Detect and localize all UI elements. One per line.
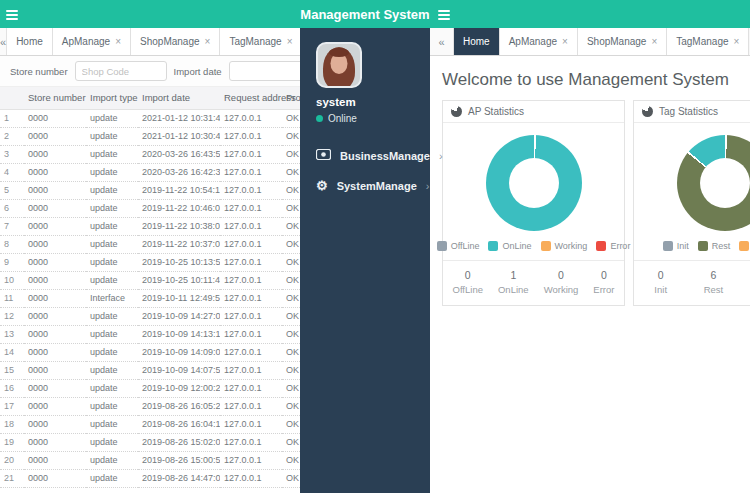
menu-toggle-icon[interactable] xyxy=(6,10,18,20)
close-tab-icon[interactable]: × xyxy=(734,36,740,47)
stat-init: 0Init xyxy=(654,269,667,295)
table-row: 150000update2019-10-09 14:07:51127.0.0.1… xyxy=(0,361,300,379)
table-cell: update xyxy=(86,415,138,433)
table-cell: 2019-08-26 15:00:52 xyxy=(138,451,220,469)
import-date-input[interactable] xyxy=(229,61,300,81)
table-cell: OK xyxy=(282,145,300,163)
close-tab-icon[interactable]: × xyxy=(205,36,211,47)
stat-rest: 6Rest xyxy=(704,269,724,295)
tab-apmanage[interactable]: ApManage× xyxy=(500,28,578,55)
legend-swatch xyxy=(596,241,606,251)
table-cell: update xyxy=(86,109,138,127)
row-number: 5 xyxy=(0,181,24,199)
donut-chart xyxy=(677,135,750,231)
sidebar-item-systemmanage[interactable]: ⚙SystemManage› xyxy=(300,172,430,199)
table-row: 160000update2019-10-09 12:00:26127.0.0.1… xyxy=(0,379,300,397)
pie-chart-icon xyxy=(451,106,462,117)
table-row: 20000update2021-01-12 10:30:40127.0.0.1O… xyxy=(0,127,300,145)
table-cell: 2019-11-22 10:46:02 xyxy=(138,199,220,217)
table-cell: OK xyxy=(282,109,300,127)
close-tab-icon[interactable]: × xyxy=(287,36,293,47)
import-log-table-wrap: Store numberImport typeImport dateReques… xyxy=(0,87,300,488)
tab-tagmanage[interactable]: TagManage× xyxy=(220,28,300,55)
table-cell: 0000 xyxy=(24,289,86,307)
welcome-title: Welcome to use Management System xyxy=(442,70,750,90)
table-cell: OK xyxy=(282,199,300,217)
table-cell: 2019-10-09 14:13:16 xyxy=(138,325,220,343)
table-cell: update xyxy=(86,253,138,271)
table-row: 30000update2020-03-26 16:43:55127.0.0.1O… xyxy=(0,145,300,163)
table-header-row: Store numberImport typeImport dateReques… xyxy=(0,87,300,109)
import-date-field xyxy=(229,61,300,81)
table-cell: 127.0.0.1 xyxy=(220,163,282,181)
collapse-tabs-icon[interactable]: « xyxy=(430,28,454,55)
table-cell: 0000 xyxy=(24,253,86,271)
stat-label: Working xyxy=(544,284,579,295)
chart-stats: 0OffLine1OnLine0Working0Error xyxy=(443,261,624,305)
row-number: 8 xyxy=(0,235,24,253)
legend-item-error: Error xyxy=(596,241,630,251)
table-cell: 127.0.0.1 xyxy=(220,397,282,415)
stat-error: 0Error xyxy=(593,269,614,295)
collapse-tabs-icon[interactable]: « xyxy=(0,28,7,55)
table-row: 190000update2019-08-26 15:02:02127.0.0.1… xyxy=(0,433,300,451)
table-cell: OK xyxy=(282,127,300,145)
table-cell: OK xyxy=(282,379,300,397)
tab-apmanage[interactable]: ApManage× xyxy=(53,28,131,55)
table-cell: 2019-08-26 16:04:15 xyxy=(138,415,220,433)
table-cell: update xyxy=(86,361,138,379)
business-manage-icon xyxy=(316,149,331,162)
table-cell: 0000 xyxy=(24,199,86,217)
table-cell: 0000 xyxy=(24,235,86,253)
close-tab-icon[interactable]: × xyxy=(115,36,121,47)
tab-home[interactable]: Home xyxy=(7,28,53,55)
stat-value: 0 xyxy=(654,269,667,281)
tab-tagmanage[interactable]: TagManage× xyxy=(667,28,749,55)
table-cell: 2019-10-09 12:00:26 xyxy=(138,379,220,397)
tab-shopmanage[interactable]: ShopManage× xyxy=(131,28,220,55)
table-cell: 0000 xyxy=(24,433,86,451)
row-number: 20 xyxy=(0,451,24,469)
table-cell: 127.0.0.1 xyxy=(220,109,282,127)
row-number: 16 xyxy=(0,379,24,397)
store-number-label: Store number xyxy=(10,66,68,77)
table-row: 210000update2019-08-26 14:47:00127.0.0.1… xyxy=(0,469,300,487)
table-row: 170000update2019-08-26 16:05:22127.0.0.1… xyxy=(0,397,300,415)
table-cell: update xyxy=(86,163,138,181)
row-number: 11 xyxy=(0,289,24,307)
close-tab-icon[interactable]: × xyxy=(651,36,657,47)
table-cell: 2019-08-26 15:02:02 xyxy=(138,433,220,451)
table-cell: OK xyxy=(282,163,300,181)
table-cell: 127.0.0.1 xyxy=(220,415,282,433)
import-log-panel: « HomeApManage×ShopManage×TagManage×Good… xyxy=(0,28,300,493)
table-cell: OK xyxy=(282,217,300,235)
row-number: 17 xyxy=(0,397,24,415)
table-cell: update xyxy=(86,199,138,217)
table-cell: OK xyxy=(282,361,300,379)
row-number: 6 xyxy=(0,199,24,217)
close-tab-icon[interactable]: × xyxy=(562,36,568,47)
tab-label: TagManage xyxy=(676,36,728,47)
row-number: 1 xyxy=(0,109,24,127)
row-number: 13 xyxy=(0,325,24,343)
row-number: 19 xyxy=(0,433,24,451)
row-number: 3 xyxy=(0,145,24,163)
table-cell: 127.0.0.1 xyxy=(220,181,282,199)
table-cell: 2019-10-25 10:11:48 xyxy=(138,271,220,289)
table-cell: update xyxy=(86,469,138,487)
store-number-input[interactable] xyxy=(75,61,167,81)
tab-shopmanage[interactable]: ShopManage× xyxy=(578,28,667,55)
app-title: Management System xyxy=(300,7,429,22)
tab-home[interactable]: Home xyxy=(454,28,500,55)
sidebar-item-businessmanage[interactable]: BusinessManage› xyxy=(300,142,430,169)
table-cell: 0000 xyxy=(24,145,86,163)
left-tabbar: « HomeApManage×ShopManage×TagManage×Good… xyxy=(0,28,300,56)
table-cell: 0000 xyxy=(24,415,86,433)
menu-toggle-icon-right[interactable] xyxy=(438,10,450,20)
management-system-screen: Management System « HomeApManage×ShopMan… xyxy=(0,0,750,493)
table-cell: 127.0.0.1 xyxy=(220,451,282,469)
table-cell: 127.0.0.1 xyxy=(220,217,282,235)
row-number: 15 xyxy=(0,361,24,379)
table-row: 90000update2019-10-25 10:13:51127.0.0.1O… xyxy=(0,253,300,271)
card-title: AP Statistics xyxy=(468,106,524,117)
